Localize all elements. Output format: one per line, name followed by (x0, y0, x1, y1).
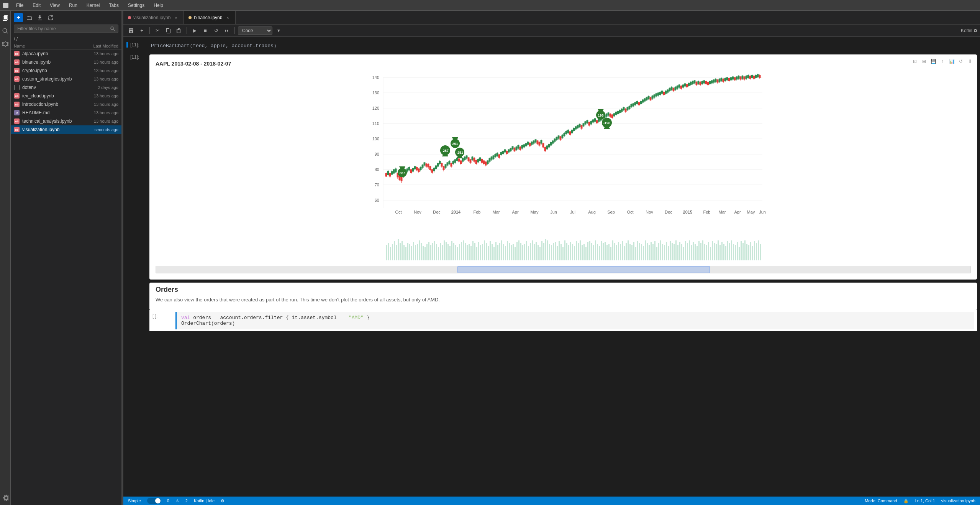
search-input[interactable] (17, 26, 110, 31)
svg-text:140: 140 (372, 75, 379, 80)
file-item[interactable]: nb custom_strategies.ipynb 13 hours ago (11, 75, 121, 83)
orders-cell-content[interactable]: val orders = account.orders.filter { it.… (175, 312, 974, 329)
svg-rect-287 (619, 110, 621, 113)
svg-rect-95 (435, 166, 437, 169)
file-item[interactable]: nb visualization.ipynb seconds ago (11, 125, 121, 134)
svg-rect-189 (525, 143, 527, 146)
chart-refresh[interactable]: ↺ (957, 58, 965, 65)
file-name: introduction.ipynb (22, 102, 74, 107)
svg-rect-522 (520, 243, 521, 260)
menu-view[interactable]: View (48, 2, 61, 9)
restart-button[interactable]: ↺ (211, 26, 221, 35)
svg-rect-353 (682, 85, 684, 87)
chart-pan[interactable]: ↑ (939, 58, 946, 65)
svg-rect-603 (675, 240, 677, 260)
file-date: 13 hours ago (76, 102, 118, 107)
kernel-settings-icon[interactable]: ⚙ (221, 498, 225, 503)
file-item[interactable]: nb binance.ipynb 13 hours ago (11, 58, 121, 66)
cell-area[interactable]: [11]: PriceBarChart(feed, apple, account… (123, 37, 980, 497)
svg-rect-371 (700, 82, 701, 85)
svg-rect-524 (524, 244, 525, 260)
cell-type-select[interactable]: Code Markdown Raw (238, 26, 272, 35)
name-column-header[interactable]: Name (14, 44, 76, 48)
file-item[interactable]: nb iex_cloud.ipynb 13 hours ago (11, 92, 121, 100)
paste-button[interactable] (174, 26, 184, 35)
menu-settings[interactable]: Settings (126, 2, 146, 9)
svg-rect-459 (400, 243, 401, 260)
run-button[interactable]: ▶ (190, 26, 199, 35)
file-item[interactable]: nb crypto.ipynb 13 hours ago (11, 66, 121, 75)
search-bar[interactable] (14, 25, 118, 33)
file-item[interactable]: dotenv 2 days ago (11, 83, 121, 92)
svg-rect-527 (530, 243, 531, 260)
cut-button[interactable]: ✂ (153, 26, 162, 35)
skip-button[interactable]: ⏭ (222, 26, 231, 35)
svg-text:Jun: Jun (550, 210, 557, 214)
activity-files-icon[interactable] (1, 14, 10, 22)
svg-rect-590 (651, 242, 652, 260)
save-button[interactable] (126, 26, 136, 35)
svg-rect-628 (723, 244, 724, 260)
tab-visualization[interactable]: visualization.ipynb × (123, 11, 184, 24)
kernel-label: Kotlin (961, 28, 972, 33)
svg-rect-585 (641, 244, 642, 260)
sidebar-toolbar: + (11, 11, 121, 25)
copy-button[interactable] (164, 26, 173, 35)
file-icon-container: nb (14, 93, 20, 99)
menu-kernel[interactable]: Kernel (85, 2, 102, 9)
tab-close-viz[interactable]: × (173, 15, 179, 21)
add-cell-button[interactable]: + (137, 26, 146, 35)
new-file-button[interactable]: + (14, 13, 23, 22)
svg-rect-51 (393, 169, 395, 173)
svg-rect-293 (625, 109, 626, 112)
svg-rect-405 (732, 77, 734, 79)
file-date: 13 hours ago (76, 51, 118, 56)
svg-rect-454 (390, 247, 391, 260)
file-item[interactable]: nb introduction.ipynb 13 hours ago (11, 100, 121, 109)
chart-zoom-out[interactable]: ⊡ (911, 58, 919, 65)
download-button[interactable] (35, 13, 44, 22)
svg-rect-530 (536, 242, 537, 260)
cell-code-1[interactable]: PriceBarChart(feed, apple, account.trade… (149, 41, 977, 51)
svg-rect-221 (556, 137, 557, 140)
svg-rect-637 (741, 241, 742, 260)
chart-save[interactable]: 💾 (929, 58, 937, 65)
file-name: binance.ipynb (22, 59, 74, 65)
tab-close-binance[interactable]: × (225, 15, 231, 21)
tab-binance[interactable]: binance.ipynb × (184, 11, 236, 24)
svg-rect-625 (718, 240, 719, 260)
activity-extensions-icon[interactable] (1, 40, 10, 48)
refresh-button[interactable] (46, 13, 55, 22)
simple-toggle[interactable] (147, 498, 161, 504)
svg-rect-458 (398, 239, 399, 260)
menu-tabs[interactable]: Tabs (108, 2, 120, 9)
svg-rect-273 (606, 114, 607, 117)
menu-run[interactable]: Run (67, 2, 79, 9)
menu-edit[interactable]: Edit (31, 2, 42, 9)
svg-rect-167 (504, 150, 506, 152)
menu-file[interactable]: File (15, 2, 25, 9)
cell-type-dropdown[interactable]: ▾ (274, 26, 283, 35)
svg-rect-101 (441, 163, 442, 166)
svg-rect-143 (481, 159, 483, 163)
orders-code[interactable]: val orders = account.orders.filter { it.… (175, 312, 974, 329)
chart-zoom-in[interactable]: ⊞ (920, 58, 928, 65)
file-date: 13 hours ago (76, 119, 118, 123)
file-item[interactable]: nb alpaca.ipynb 13 hours ago (11, 49, 121, 58)
svg-rect-77 (418, 169, 420, 172)
stop-button[interactable]: ■ (201, 26, 210, 35)
chart-download[interactable]: ⬇ (966, 58, 974, 65)
activity-settings-icon[interactable] (1, 493, 10, 502)
code-orders-var: orders = account.orders.filter { it.asse… (193, 315, 349, 321)
open-folder-button[interactable] (25, 13, 34, 22)
file-item[interactable]: nb technical_analysis.ipynb 13 hours ago (11, 117, 121, 125)
svg-rect-211 (546, 146, 548, 149)
cell-content-1[interactable]: PriceBarChart(feed, apple, account.trade… (149, 41, 977, 51)
svg-rect-361 (690, 82, 692, 85)
activity-search-icon[interactable] (1, 27, 10, 35)
chart-bar[interactable]: 📊 (948, 58, 955, 65)
file-name: technical_analysis.ipynb (22, 118, 74, 124)
svg-text:Feb: Feb (703, 210, 711, 214)
menu-help[interactable]: Help (152, 2, 165, 9)
file-item[interactable]: M README.md 13 hours ago (11, 109, 121, 117)
